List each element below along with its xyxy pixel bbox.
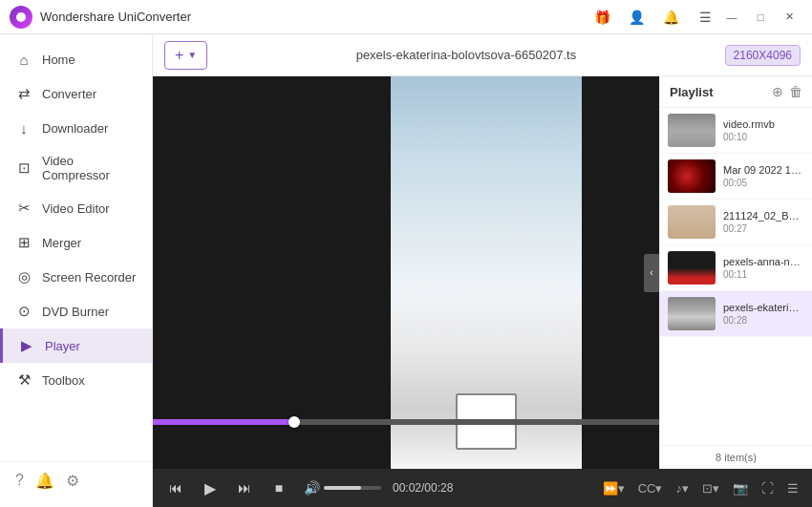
sidebar-item-screen-recorder[interactable]: ◎ Screen Recorder — [0, 260, 152, 294]
sidebar-label-player: Player — [45, 339, 80, 353]
menu-icon[interactable]: ☰ — [692, 4, 718, 31]
fullscreen-button[interactable]: ⛶ — [758, 479, 778, 497]
screenshot-button[interactable]: 📷 — [729, 479, 752, 497]
maximize-button[interactable]: □ — [747, 4, 774, 31]
title-bar: Wondershare UniConverter 🎁 👤 🔔 ☰ — □ ✕ — [0, 0, 812, 34]
help-icon[interactable]: ? — [15, 472, 24, 490]
sidebar-item-player[interactable]: ▶ Player — [0, 328, 152, 363]
sidebar-bottom: ? 🔔 ⚙ — [0, 461, 152, 499]
playlist-info-2: Mar 09 2022 10_... 00:05 — [723, 164, 804, 188]
play-button[interactable]: ▶ — [197, 475, 224, 501]
progress-area[interactable] — [153, 419, 659, 425]
home-icon: ⌂ — [15, 51, 32, 68]
playlist-title: Playlist — [670, 85, 714, 99]
sidebar-item-converter[interactable]: ⇄ Converter — [0, 76, 152, 111]
controls-bar: ⏮ ▶ ⏭ ■ 🔊 00:02/00:28 ⏩▾ CC▾ ♪▾ ⊡▾ 📷 ⛶ ☰ — [153, 469, 812, 507]
playlist-thumb-3 — [668, 205, 716, 239]
sidebar-label-video-compressor: Video Compressor — [42, 154, 137, 182]
user-icon[interactable]: 👤 — [623, 4, 650, 31]
playlist-duration-2: 00:05 — [723, 178, 804, 188]
add-icon: + — [175, 47, 183, 64]
video-container: ‹ — [153, 76, 659, 469]
sidebar-label-converter: Converter — [42, 87, 96, 101]
playlist-name-2: Mar 09 2022 10_... — [723, 164, 804, 176]
audio-button[interactable]: ♪▾ — [673, 479, 694, 497]
add-file-button[interactable]: + ▼ — [164, 41, 207, 70]
time-display: 00:02/00:28 — [393, 481, 453, 495]
window-controls: — □ ✕ — [718, 4, 802, 31]
resolution-badge: 2160X4096 — [725, 45, 801, 66]
close-button[interactable]: ✕ — [776, 4, 802, 31]
settings-icon[interactable]: ⚙ — [66, 472, 79, 490]
playlist-duration-5: 00:28 — [723, 315, 804, 326]
bottom-notification-icon[interactable]: 🔔 — [35, 472, 54, 490]
playlist-delete-icon[interactable]: 🗑 — [789, 84, 802, 99]
sidebar: ⌂ Home ⇄ Converter ↓ Downloader ⊡ Video … — [0, 34, 153, 507]
playlist-name-1: video.rmvb — [723, 118, 804, 130]
playlist-thumb-4 — [668, 251, 716, 285]
sidebar-label-video-editor: Video Editor — [42, 201, 110, 216]
sidebar-label-dvd-burner: DVD Burner — [42, 305, 109, 319]
next-button[interactable]: ⏭ — [231, 475, 258, 501]
subtitle-button[interactable]: CC▾ — [634, 479, 667, 497]
playlist-name-3: 211124_02_Beau... — [723, 210, 804, 222]
video-left-black — [153, 76, 391, 469]
sidebar-label-screen-recorder: Screen Recorder — [42, 270, 136, 285]
video-compressor-icon: ⊡ — [15, 159, 32, 177]
minimize-button[interactable]: — — [718, 4, 745, 31]
playlist-item-5[interactable]: pexels-ekaterina... 00:28 — [660, 291, 812, 337]
crop-button[interactable]: ⊡▾ — [698, 479, 723, 497]
speed-button[interactable]: ⏩▾ — [599, 479, 629, 497]
volume-slider[interactable] — [324, 486, 381, 490]
notification-icon[interactable]: 🔔 — [657, 4, 684, 31]
sidebar-item-video-editor[interactable]: ✂ Video Editor — [0, 191, 152, 225]
sidebar-item-dvd-burner[interactable]: ⊙ DVD Burner — [0, 294, 152, 328]
video-center-content — [391, 76, 582, 469]
converter-icon: ⇄ — [15, 85, 32, 102]
playlist-name-5: pexels-ekaterina... — [723, 302, 804, 313]
sidebar-label-merger: Merger — [42, 236, 81, 250]
file-title: pexels-ekaterina-bolovtsova-6650207.ts — [217, 48, 715, 62]
sidebar-item-video-compressor[interactable]: ⊡ Video Compressor — [0, 145, 152, 191]
playlist-thumb-2 — [668, 159, 716, 193]
stop-button[interactable]: ■ — [266, 475, 292, 501]
playlist-item-1[interactable]: video.rmvb 00:10 — [660, 108, 812, 154]
playlist-item-2[interactable]: Mar 09 2022 10_... 00:05 — [660, 154, 812, 200]
sidebar-label-toolbox: Toolbox — [42, 373, 85, 388]
merger-icon: ⊞ — [15, 234, 32, 251]
volume-area: 🔊 — [304, 480, 381, 496]
playlist-toggle-button[interactable]: ☰ — [783, 479, 802, 497]
playlist-item-4[interactable]: pexels-anna-nek... 00:11 — [660, 245, 812, 291]
video-editor-icon: ✂ — [15, 200, 32, 217]
sidebar-item-downloader[interactable]: ↓ Downloader — [0, 111, 152, 145]
sidebar-item-merger[interactable]: ⊞ Merger — [0, 225, 152, 260]
volume-icon[interactable]: 🔊 — [304, 480, 320, 496]
title-bar-icons: 🎁 👤 🔔 ☰ — [588, 4, 718, 31]
playlist-duration-4: 00:11 — [723, 269, 804, 280]
playlist-add-icon[interactable]: ⊕ — [772, 84, 783, 99]
player-icon: ▶ — [18, 337, 35, 354]
sidebar-item-toolbox[interactable]: ⚒ Toolbox — [0, 363, 152, 397]
app-title: Wondershare UniConverter — [40, 10, 588, 24]
playlist-duration-1: 00:10 — [723, 132, 804, 142]
add-dropdown-icon: ▼ — [187, 50, 197, 60]
app-logo — [10, 6, 32, 29]
collapse-playlist-button[interactable]: ‹ — [644, 254, 659, 292]
sidebar-label-downloader: Downloader — [42, 121, 108, 136]
progress-fill — [153, 419, 294, 425]
prev-button[interactable]: ⏮ — [162, 475, 189, 501]
video-display — [153, 76, 659, 469]
downloader-icon: ↓ — [15, 119, 32, 137]
screen-recorder-icon: ◎ — [15, 268, 32, 285]
controls-right: ⏩▾ CC▾ ♪▾ ⊡▾ 📷 ⛶ ☰ — [599, 479, 802, 497]
main-layout: ⌂ Home ⇄ Converter ↓ Downloader ⊡ Video … — [0, 34, 812, 507]
sidebar-label-home: Home — [42, 53, 75, 67]
gift-icon[interactable]: 🎁 — [588, 4, 615, 31]
playlist-duration-3: 00:27 — [723, 223, 804, 234]
player-area: ‹ Playlist ⊕ 🗑 video.rmvb — [153, 76, 812, 469]
playlist-item-3[interactable]: 211124_02_Beau... 00:27 — [660, 200, 812, 245]
toolbar: + ▼ pexels-ekaterina-bolovtsova-6650207.… — [153, 34, 812, 76]
content-area: + ▼ pexels-ekaterina-bolovtsova-6650207.… — [153, 34, 812, 507]
volume-fill — [324, 486, 361, 490]
sidebar-item-home[interactable]: ⌂ Home — [0, 42, 152, 76]
